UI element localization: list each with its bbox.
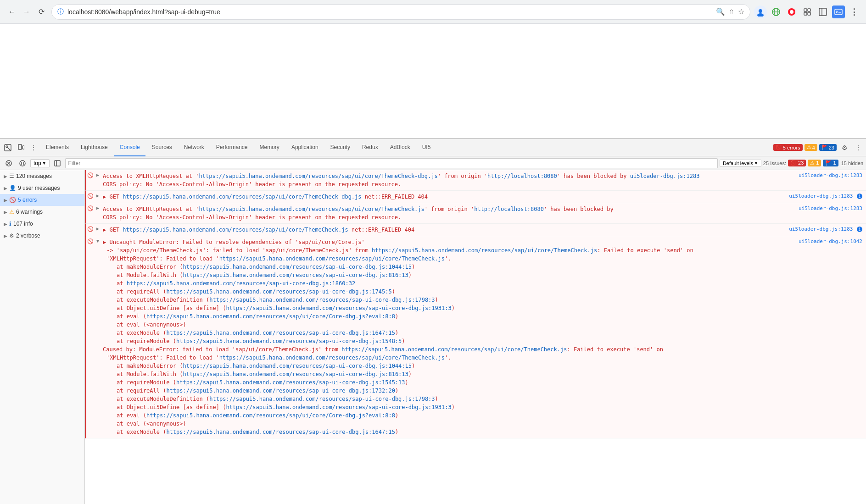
log-location[interactable]: ui5loader-dbg.js:1283 i <box>785 192 866 200</box>
log-link[interactable]: https://sapui5.hana.ondemand.com/resourc… <box>199 173 438 179</box>
issues-error-count: 🚫 23 <box>788 160 806 166</box>
error-icon: 🚫 <box>86 237 95 244</box>
log-link[interactable]: https://sapui5.hana.ondemand.com/resourc… <box>372 247 597 254</box>
log-link[interactable]: https://sapui5.hana.ondemand.com/resourc… <box>183 264 412 270</box>
log-link[interactable]: https://sapui5.hana.ondemand.com/resourc… <box>226 404 451 410</box>
more-options-button[interactable]: ⋮ <box>852 142 864 154</box>
info-circle-icon[interactable]: i <box>857 194 862 199</box>
log-link[interactable]: https://sapui5.hana.ondemand.com/resourc… <box>123 194 361 200</box>
log-link[interactable]: https://sapui5.hana.ondemand.com/resourc… <box>209 297 435 303</box>
log-link[interactable]: https://sapui5.hana.ondemand.com/resourc… <box>183 363 412 369</box>
tab-lighthouse[interactable]: Lighthouse <box>75 139 113 156</box>
log-link[interactable]: https://sapui5.hana.ondemand.com/resourc… <box>209 396 435 402</box>
log-link[interactable]: https://sapui5.hana.ondemand.com/resourc… <box>183 272 408 278</box>
log-link[interactable]: https://sapui5.hana.ondemand.com/resourc… <box>219 354 445 361</box>
browser-chrome: ← → ⟳ ⓘ 🔍 ⇧ ☆ ⋮ <box>0 0 866 24</box>
globe-icon[interactable] <box>770 6 782 18</box>
more-tools-button[interactable]: ⋮ <box>28 142 39 154</box>
puzzle-icon[interactable] <box>801 6 814 18</box>
log-link[interactable]: https://sapui5.hana.ondemand.com/resourc… <box>176 379 405 386</box>
log-link[interactable]: https://sapui5.hana.ondemand.com/resourc… <box>176 338 402 344</box>
sidebar-item-verbose[interactable]: ▶ ⚙ 2 verbose <box>0 230 84 242</box>
warnings-icon: ⚠ <box>9 209 14 215</box>
log-link[interactable]: https://sapui5.hana.ondemand.com/resourc… <box>146 412 395 419</box>
log-link[interactable]: ui5loader-dbg.js:1283 <box>630 173 700 179</box>
sidebar-item-user[interactable]: ▶ 👤 9 user messages <box>0 182 84 194</box>
tab-application[interactable]: Application <box>286 139 324 156</box>
filter-input[interactable] <box>65 158 718 168</box>
log-location[interactable]: ui5loader-dbg.js:1042 <box>795 237 866 246</box>
hidden-count[interactable]: 15 hidden <box>841 161 863 166</box>
share-icon[interactable]: ⇧ <box>729 8 734 16</box>
profile-icon[interactable] <box>754 6 767 18</box>
tab-adblock[interactable]: AdBlock <box>385 139 416 156</box>
inspect-element-button[interactable] <box>2 142 14 154</box>
bookmark-icon[interactable]: ☆ <box>738 7 744 16</box>
sidebar-item-all[interactable]: ▶ ☰ 120 messages <box>0 170 84 182</box>
tab-memory[interactable]: Memory <box>254 139 285 156</box>
log-link[interactable]: https://sapui5.hana.ondemand.com/resourc… <box>166 288 391 295</box>
search-icon[interactable]: 🔍 <box>716 7 725 16</box>
chevron-down-icon: ▼ <box>754 161 758 166</box>
log-link[interactable]: https://sapui5.hana.ondemand.com/resourc… <box>123 227 348 233</box>
settings-button[interactable]: ⚙ <box>838 142 850 154</box>
show-console-sidebar-button[interactable] <box>51 157 63 169</box>
log-link[interactable]: https://sapui5.hana.ondemand.com/resourc… <box>127 280 356 287</box>
devtools-icon[interactable] <box>832 6 845 18</box>
pause-button[interactable] <box>17 157 28 169</box>
url-input[interactable] <box>67 8 712 16</box>
log-link[interactable]: https://sapui5.hana.ondemand.com/resourc… <box>146 313 395 320</box>
log-link[interactable]: http://localhost:8080 <box>474 206 544 212</box>
back-button[interactable]: ← <box>6 6 18 18</box>
context-selector[interactable]: top ▼ <box>30 159 50 167</box>
expand-icon[interactable]: ▶ <box>95 171 101 177</box>
chevron-icon: ▶ <box>4 198 7 203</box>
expand-icon[interactable]: ▶ <box>95 225 101 231</box>
log-link[interactable]: https://sapui5.hana.ondemand.com/resourc… <box>341 346 567 353</box>
tab-elements[interactable]: Elements <box>40 139 74 156</box>
svg-point-1 <box>757 13 764 17</box>
log-link[interactable]: https://sapui5.hana.ondemand.com/resourc… <box>166 330 395 336</box>
log-location[interactable]: ui5loader-dbg.js:1283 <box>795 204 866 213</box>
expand-icon[interactable]: ▶ <box>95 192 101 198</box>
default-levels-dropdown[interactable]: Default levels ▼ <box>720 160 761 167</box>
tab-network[interactable]: Network <box>179 139 210 156</box>
log-content: Access to XMLHttpRequest at 'https://sap… <box>101 171 795 189</box>
log-link[interactable]: http://localhost:8080 <box>487 173 557 179</box>
sidebar-item-verbose-label: 2 verbose <box>16 233 40 239</box>
expand-icon[interactable]: ▶ <box>95 204 101 210</box>
sidebar-item-errors[interactable]: ▶ 🚫 5 errors <box>0 194 84 206</box>
tab-performance[interactable]: Performance <box>211 139 253 156</box>
log-link[interactable]: https://sapui5.hana.ondemand.com/resourc… <box>166 388 395 394</box>
log-entry: 🚫 ▶ ▶ GET https://sapui5.hana.ondemand.c… <box>85 224 866 236</box>
reload-button[interactable]: ⟳ <box>35 6 48 18</box>
sidebar-item-info[interactable]: ▶ ℹ 107 info <box>0 218 84 230</box>
address-bar[interactable]: ⓘ 🔍 ⇧ ☆ <box>51 4 750 20</box>
tab-sources[interactable]: Sources <box>146 139 178 156</box>
warning-badge: ⚠ 4 <box>805 144 817 151</box>
tab-console[interactable]: Console <box>114 139 145 156</box>
tab-security[interactable]: Security <box>325 139 356 156</box>
log-location[interactable]: ui5loader-dbg.js:1283 <box>795 171 866 180</box>
forward-button[interactable]: → <box>20 6 33 18</box>
sidebar-icon[interactable] <box>816 6 829 18</box>
device-toolbar-button[interactable] <box>15 142 27 154</box>
expand-icon[interactable]: ▼ <box>95 237 101 244</box>
info-icon: ℹ <box>9 221 11 227</box>
more-icon[interactable]: ⋮ <box>848 6 860 18</box>
clear-console-button[interactable] <box>3 157 15 169</box>
sidebar-item-warnings[interactable]: ▶ ⚠ 6 warnings <box>0 206 84 218</box>
tab-redux[interactable]: Redux <box>357 139 384 156</box>
log-location[interactable]: ui5loader-dbg.js:1283 i <box>785 225 866 233</box>
info-circle-icon[interactable]: i <box>857 227 862 232</box>
svg-rect-10 <box>808 12 810 15</box>
log-link[interactable]: https://sapui5.hana.ondemand.com/resourc… <box>166 429 395 435</box>
log-link[interactable]: https://sapui5.hana.ondemand.com/resourc… <box>219 255 445 262</box>
log-link[interactable]: https://sapui5.hana.ondemand.com/resourc… <box>183 371 408 377</box>
log-link[interactable]: https://sapui5.hana.ondemand.com/resourc… <box>199 206 425 212</box>
log-link[interactable]: https://sapui5.hana.ondemand.com/resourc… <box>226 305 451 311</box>
opera-icon[interactable] <box>785 6 798 18</box>
tab-ui5[interactable]: UI5 <box>417 139 436 156</box>
svg-point-0 <box>759 9 762 13</box>
log-entry: 🚫 ▶ Access to XMLHttpRequest at 'https:/… <box>85 170 866 191</box>
